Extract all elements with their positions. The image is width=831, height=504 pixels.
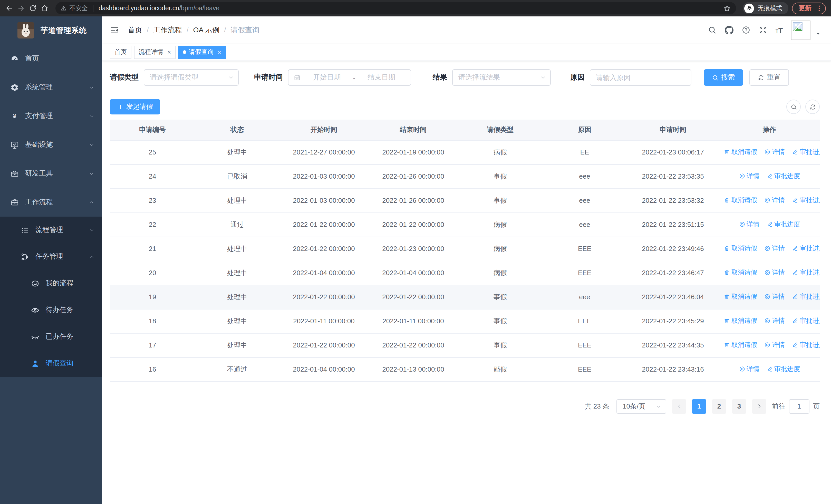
cell-end-time: 2022-01-22 00:00:00 [369, 212, 458, 237]
action-detail-link[interactable]: 详情 [764, 268, 785, 277]
sidebar-item-system[interactable]: 系统管理 [0, 73, 102, 101]
tab-home[interactable]: 首页 [110, 46, 132, 59]
cell-actions: 详情审批进度 [719, 212, 820, 237]
cell-start-time: 2022-01-22 00:00:00 [279, 333, 369, 357]
sidebar-item-todo-tasks[interactable]: 待办任务 [0, 297, 102, 323]
action-progress-link[interactable]: 审批进度 [767, 220, 800, 229]
action-cancel-link[interactable]: 取消请假 [724, 196, 757, 205]
incognito-indicator: 无痕模式 [743, 2, 789, 14]
prev-page-button[interactable] [672, 399, 686, 413]
action-detail-link[interactable]: 详情 [764, 244, 785, 253]
leave-type-select[interactable]: 请选择请假类型 [144, 69, 239, 86]
action-detail-link[interactable]: 详情 [764, 148, 785, 156]
browser-home-button[interactable] [40, 4, 49, 12]
end-date-input[interactable]: 结束日期 [357, 73, 405, 82]
tab-close-icon[interactable]: × [218, 49, 221, 56]
filter-form: 请假类型 请选择请假类型 申请时间 开始日期 - 结束日期 结果 请选择流结果 [110, 69, 820, 86]
action-cancel-link[interactable]: 取消请假 [724, 341, 757, 350]
font-size-icon[interactable]: TT [776, 26, 783, 34]
action-cancel-link[interactable]: 取消请假 [724, 244, 757, 253]
action-detail-link[interactable]: 详情 [739, 365, 760, 374]
breadcrumb-item: 请假查询 [230, 25, 259, 35]
browser-update-button[interactable]: 更新 [792, 2, 826, 14]
security-label: 不安全 [69, 4, 88, 12]
action-progress-link[interactable]: 审批进度 [792, 148, 820, 156]
github-icon[interactable] [725, 26, 734, 34]
action-progress-link[interactable]: 审批进度 [792, 293, 820, 301]
leave-table: 申请编号状态开始时间结束时间请假类型原因申请时间操作 25 处理中 2021-1… [110, 120, 820, 382]
workflow-icon [21, 252, 29, 261]
result-select[interactable]: 请选择流结果 [452, 69, 551, 86]
bookmark-star-icon[interactable] [723, 4, 731, 12]
face-icon [31, 279, 39, 288]
page-button-1[interactable]: 1 [692, 399, 706, 413]
tab-close-icon[interactable]: × [167, 49, 171, 56]
browser-back-button[interactable] [5, 4, 13, 12]
sidebar-item-leave-query[interactable]: 请假查询 [0, 350, 102, 377]
action-progress-link[interactable]: 审批进度 [792, 244, 820, 253]
user-avatar[interactable] [791, 20, 810, 40]
action-cancel-link[interactable]: 取消请假 [724, 268, 757, 277]
next-page-button[interactable] [752, 399, 766, 413]
action-detail-link[interactable]: 详情 [764, 196, 785, 205]
cell-actions: 取消请假详情审批进度 [719, 237, 820, 261]
reason-input[interactable] [596, 73, 685, 81]
page-button-2[interactable]: 2 [712, 399, 726, 413]
action-cancel-link[interactable]: 取消请假 [724, 317, 757, 325]
sidebar-item-done-tasks[interactable]: 已办任务 [0, 323, 102, 350]
browser-forward-button[interactable] [17, 4, 25, 12]
action-progress-link[interactable]: 审批进度 [792, 317, 820, 325]
sidebar-item-process-mgmt[interactable]: 流程管理 [0, 216, 102, 243]
action-detail-link[interactable]: 详情 [739, 220, 760, 229]
date-range-separator: - [353, 73, 355, 81]
refresh-table-button[interactable] [805, 99, 820, 114]
cell-actions: 详情审批进度 [719, 164, 820, 188]
browser-menu-icon[interactable] [815, 5, 823, 12]
view-icon [739, 221, 745, 228]
sidebar-item-infra[interactable]: 基础设施 [0, 130, 102, 159]
goto-page-input[interactable] [789, 399, 809, 413]
tab-process-detail[interactable]: 流程详情 × [134, 46, 175, 59]
action-detail-link[interactable]: 详情 [764, 293, 785, 301]
help-icon[interactable] [742, 26, 750, 34]
sidebar-collapse-button[interactable] [110, 25, 119, 35]
action-cancel-link[interactable]: 取消请假 [724, 293, 757, 301]
sidebar-item-workflow[interactable]: 工作流程 [0, 188, 102, 216]
sidebar-item-my-process[interactable]: 我的流程 [0, 270, 102, 297]
create-leave-button[interactable]: 发起请假 [110, 99, 160, 114]
action-detail-link[interactable]: 详情 [764, 341, 785, 350]
action-progress-link[interactable]: 审批进度 [767, 172, 800, 181]
action-progress-link[interactable]: 审批进度 [792, 268, 820, 277]
address-bar[interactable]: 不安全 dashboard.yudao.iocoder.cn/bpm/oa/le… [55, 2, 736, 14]
page-size-select[interactable]: 10条/页 [617, 399, 666, 413]
sidebar-item-home[interactable]: 首页 [0, 44, 102, 73]
action-progress-link[interactable]: 审批进度 [792, 341, 820, 350]
header-search-icon[interactable] [708, 26, 717, 34]
reset-button[interactable]: 重置 [749, 69, 789, 86]
search-button[interactable]: 搜索 [704, 69, 743, 86]
action-detail-link[interactable]: 详情 [739, 172, 760, 181]
avatar-caret-icon[interactable] [815, 31, 821, 36]
breadcrumb-item[interactable]: 工作流程 [153, 25, 182, 35]
sidebar-item-payment[interactable]: ¥ 支付管理 [0, 101, 102, 130]
start-date-input[interactable]: 开始日期 [303, 73, 351, 82]
breadcrumb-item[interactable]: 首页 [128, 25, 142, 35]
action-progress-link[interactable]: 审批进度 [792, 196, 820, 205]
page-button-3[interactable]: 3 [732, 399, 746, 413]
action-progress-link[interactable]: 审批进度 [767, 365, 800, 374]
sidebar-logo-row[interactable]: 芋道管理系统 [0, 17, 102, 44]
action-cancel-link[interactable]: 取消请假 [724, 148, 757, 156]
tab-leave-query[interactable]: 请假查询 × [178, 46, 226, 59]
breadcrumb-item[interactable]: OA 示例 [193, 25, 220, 35]
sidebar-item-devtools[interactable]: 研发工具 [0, 159, 102, 188]
browser-reload-button[interactable] [29, 4, 37, 12]
action-detail-link[interactable]: 详情 [764, 317, 785, 325]
security-indicator[interactable]: 不安全 [61, 4, 88, 12]
sidebar-item-task-mgmt[interactable]: 任务管理 [0, 243, 102, 270]
apply-time-range-picker[interactable]: 开始日期 - 结束日期 [288, 69, 411, 86]
fullscreen-icon[interactable] [758, 26, 767, 34]
toggle-search-button[interactable] [786, 99, 801, 114]
cell-leave-type: 病假 [458, 237, 543, 261]
cell-actions: 详情审批进度 [719, 357, 820, 381]
cell-end-time: 2022-01-23 00:00:00 [369, 237, 458, 261]
